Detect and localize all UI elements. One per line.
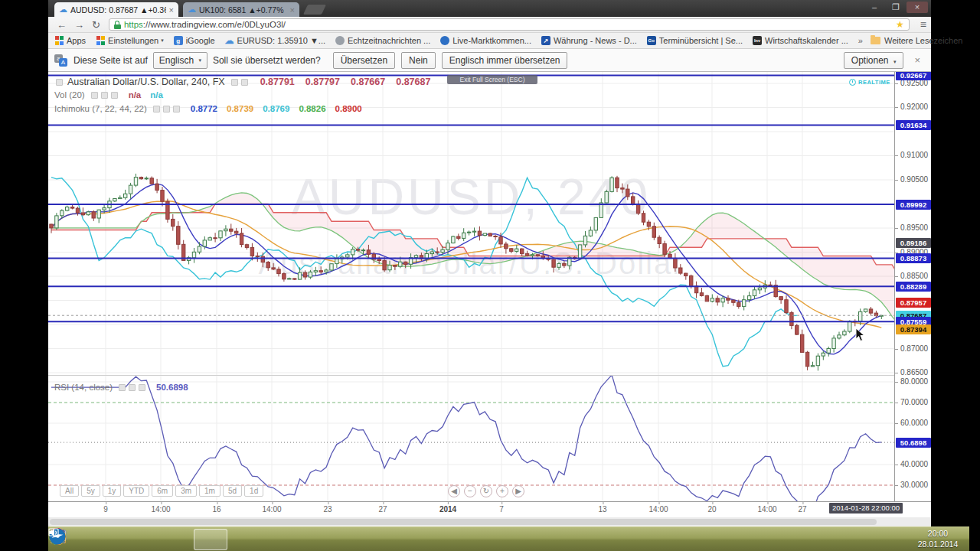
reset-view-button[interactable]: ↻ — [480, 485, 492, 497]
gear-icon[interactable] — [101, 92, 108, 99]
pane-separator[interactable] — [48, 375, 931, 376]
rsi-label[interactable]: RSI (14, close) — [54, 383, 113, 392]
range-button-3m[interactable]: 3m — [175, 485, 197, 497]
exit-fullscreen-hint[interactable]: Exit Full Screen (ESC) — [447, 75, 537, 84]
tab-uk100[interactable]: ☁ UK100: 6581 ▲+0.77% × — [183, 2, 299, 17]
bookmark-einstellungen[interactable]: Einstellungen ▾ — [96, 36, 164, 45]
rsi-legend-row: RSI (14, close) 50.6898 — [54, 383, 188, 392]
speaker-icon[interactable] — [891, 529, 910, 550]
range-button-ytd[interactable]: YTD — [123, 485, 149, 497]
gear-icon[interactable] — [129, 384, 136, 391]
eye-icon[interactable] — [119, 384, 126, 391]
decline-translate-button[interactable]: Nein — [401, 52, 436, 69]
symbol-style-icon[interactable] — [56, 79, 63, 86]
senkou-b-value: 0.8900 — [335, 104, 362, 113]
bookmark-star-icon[interactable]: ★ — [896, 19, 904, 30]
rsi-canvas[interactable] — [48, 375, 894, 501]
time-tick-label: 16 — [212, 505, 220, 514]
range-button-1d[interactable]: 1d — [244, 485, 263, 497]
https-lock-icon — [114, 21, 121, 29]
minimize-button[interactable]: – — [864, 2, 885, 13]
legend-button-icon[interactable] — [241, 79, 248, 86]
time-axis[interactable]: 2014-01-28 22:00:00 914:001614:002327201… — [48, 501, 931, 517]
chrome-icon[interactable] — [194, 529, 227, 550]
bookmark-echtzeitnachrichten[interactable]: Echtzeitnachrichten ... — [335, 36, 430, 45]
horizontal-scrollbar[interactable] — [48, 517, 931, 527]
back-icon[interactable]: ← — [57, 19, 67, 31]
time-tick-label: 27 — [798, 505, 806, 514]
bookmark-igoogle[interactable]: g iGoogle — [174, 36, 215, 45]
browser-window: ☁ AUDUSD: 0.87687 ▲+0.36 × ☁ UK100: 6581… — [48, 0, 931, 527]
symbol-title[interactable]: Australian Dollar/U.S. Dollar, 240, FX — [67, 77, 225, 87]
zoom-in-button[interactable]: + — [496, 485, 508, 497]
rsi-pane[interactable] — [48, 375, 894, 501]
eye-icon[interactable] — [91, 92, 98, 99]
close-icon[interactable] — [139, 384, 145, 391]
price-axis-badge: 0.91634 — [896, 120, 931, 130]
volume-label[interactable]: Vol (20) — [54, 90, 85, 99]
bookmark-eurusd[interactable]: ☁ EURUSD: 1.35910 ▼... — [225, 36, 325, 45]
range-button-all[interactable]: All — [60, 485, 79, 497]
taskbar-clock[interactable]: 20:00 28.01.2014 — [910, 527, 969, 551]
price-axis[interactable]: 0.925000.920000.910000.905000.895000.890… — [894, 72, 931, 501]
cloud-favicon-icon: ☁ — [188, 5, 196, 15]
close-icon[interactable] — [111, 92, 118, 99]
price-axis-badge: 0.92667 — [896, 72, 931, 80]
gear-icon[interactable] — [163, 106, 170, 112]
close-button[interactable]: × — [906, 2, 928, 13]
infobar-close-icon[interactable]: × — [914, 54, 920, 66]
scroll-left-button[interactable]: ◀ — [448, 485, 460, 497]
range-button-5y[interactable]: 5y — [81, 485, 100, 497]
price-tick-label: 0.86500 — [895, 368, 931, 377]
rsi-axis-badge: 50.6898 — [896, 438, 931, 448]
eye-icon[interactable] — [153, 106, 160, 112]
globe-icon — [440, 36, 449, 45]
tab-strip: ☁ AUDUSD: 0.87687 ▲+0.36 × ☁ UK100: 6581… — [48, 0, 931, 17]
bookmark-wirtschaftskalender[interactable]: Inv Wirtschaftskalender ... — [753, 36, 848, 45]
reload-icon[interactable]: ↻ — [92, 19, 100, 31]
range-button-6m[interactable]: 6m — [152, 485, 173, 497]
chart-nav-cluster: ◀−↻+▶ — [448, 485, 528, 497]
bookmark-live-marktkommentar[interactable]: Live-Marktkommen... — [440, 36, 531, 45]
kijun-value: 0.8739 — [227, 104, 253, 113]
always-translate-button[interactable]: Englisch immer übersetzen — [442, 52, 568, 69]
legend-button-icon[interactable] — [231, 79, 238, 86]
chrome-menu-icon[interactable]: ≡ — [920, 18, 926, 31]
settings-app-icon[interactable] — [160, 529, 194, 550]
apps-shortcut[interactable]: Apps — [54, 36, 86, 45]
range-button-5d[interactable]: 5d — [223, 485, 242, 497]
tab-close-icon[interactable]: × — [169, 5, 174, 15]
cloud-favicon-icon: ☁ — [59, 5, 67, 15]
ichimoku-label[interactable]: Ichimoku (7, 22, 44, 22) — [54, 104, 147, 113]
chart-app-icon[interactable] — [126, 529, 160, 550]
language-dropdown[interactable]: Englisch ▾ — [153, 52, 207, 69]
window-controls: – ❐ × — [864, 2, 928, 13]
bookmark-terminuebersicht[interactable]: Go Terminübersicht | Se... — [647, 36, 743, 45]
bookmark-waehrung-news[interactable]: ↗ Währung - News - D... — [541, 36, 637, 45]
tab-audusd[interactable]: ☁ AUDUSD: 0.87687 ▲+0.36 × — [54, 2, 178, 17]
bookmarks-overflow-chevron[interactable]: » — [858, 36, 863, 45]
tray-app-icon[interactable] — [873, 529, 891, 550]
main-price-pane[interactable] — [48, 72, 894, 375]
scrollbar-thumb[interactable] — [50, 519, 877, 525]
range-button-1y[interactable]: 1y — [103, 485, 122, 497]
address-bar[interactable]: https://www.tradingview.com/e/0DLyuO3l/ … — [109, 18, 910, 31]
main-chart-canvas[interactable] — [48, 72, 894, 375]
apps-grid-icon — [54, 36, 64, 45]
firefox-icon[interactable] — [227, 529, 261, 550]
restore-button[interactable]: ❐ — [885, 2, 906, 13]
new-tab-button[interactable] — [303, 5, 326, 15]
openoffice-icon[interactable] — [261, 529, 295, 550]
tab-close-icon[interactable]: × — [290, 5, 295, 15]
other-bookmarks-folder[interactable]: Weitere Lesezeichen — [871, 36, 963, 45]
time-tick-label: 2014 — [439, 505, 456, 514]
scroll-right-button[interactable]: ▶ — [512, 485, 524, 497]
range-button-1m[interactable]: 1m — [199, 485, 220, 497]
explorer-icon[interactable] — [93, 529, 126, 550]
translate-button[interactable]: Übersetzen — [333, 52, 395, 69]
forward-icon[interactable]: → — [74, 19, 84, 31]
options-dropdown[interactable]: Optionen ▾ — [844, 52, 904, 69]
tradingview-chart: AUDUSD, 240 Australian Dollar/U.S. Dolla… — [48, 72, 931, 517]
zoom-out-button[interactable]: − — [464, 485, 476, 497]
close-icon[interactable] — [173, 106, 180, 112]
